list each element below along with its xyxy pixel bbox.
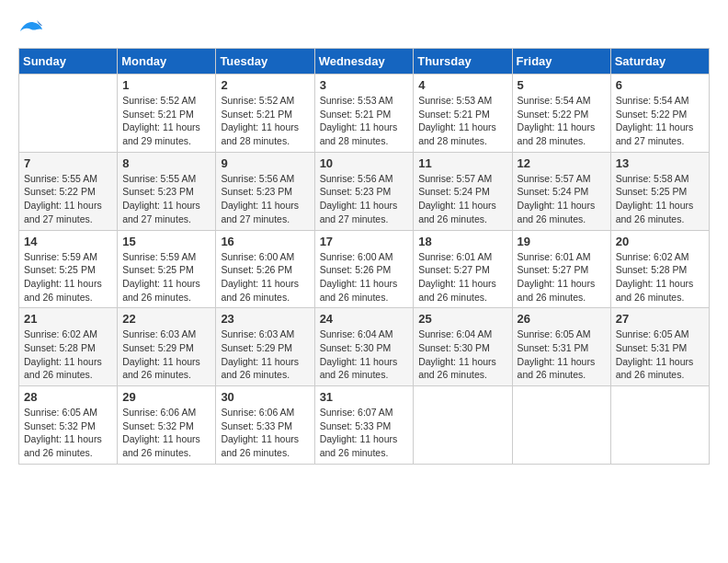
- day-number: 13: [616, 156, 704, 170]
- day-info: Sunrise: 5:55 AM Sunset: 5:23 PM Dayligh…: [122, 172, 210, 226]
- day-info: Sunrise: 5:57 AM Sunset: 5:24 PM Dayligh…: [418, 172, 506, 226]
- calendar-cell: 4Sunrise: 5:53 AM Sunset: 5:21 PM Daylig…: [414, 75, 512, 153]
- calendar-week-row: 14Sunrise: 5:59 AM Sunset: 5:25 PM Dayli…: [19, 230, 710, 308]
- calendar-cell: 10Sunrise: 5:56 AM Sunset: 5:23 PM Dayli…: [314, 152, 414, 230]
- column-header-friday: Friday: [512, 49, 610, 75]
- calendar-cell: 23Sunrise: 6:03 AM Sunset: 5:29 PM Dayli…: [216, 308, 314, 386]
- calendar-cell: 20Sunrise: 6:02 AM Sunset: 5:28 PM Dayli…: [610, 230, 709, 308]
- day-info: Sunrise: 5:52 AM Sunset: 5:21 PM Dayligh…: [221, 94, 309, 148]
- calendar-week-row: 7Sunrise: 5:55 AM Sunset: 5:22 PM Daylig…: [19, 152, 710, 230]
- calendar-cell: [19, 75, 118, 153]
- calendar-cell: 27Sunrise: 6:05 AM Sunset: 5:31 PM Dayli…: [610, 308, 709, 386]
- day-number: 24: [320, 312, 409, 326]
- day-info: Sunrise: 6:01 AM Sunset: 5:27 PM Dayligh…: [418, 250, 506, 304]
- calendar-cell: 25Sunrise: 6:04 AM Sunset: 5:30 PM Dayli…: [414, 308, 512, 386]
- day-info: Sunrise: 6:06 AM Sunset: 5:33 PM Dayligh…: [221, 406, 309, 460]
- day-info: Sunrise: 5:59 AM Sunset: 5:25 PM Dayligh…: [122, 250, 210, 304]
- calendar-cell: 14Sunrise: 5:59 AM Sunset: 5:25 PM Dayli…: [19, 230, 118, 308]
- day-number: 20: [616, 235, 704, 248]
- day-number: 8: [122, 156, 210, 170]
- day-info: Sunrise: 5:57 AM Sunset: 5:24 PM Dayligh…: [518, 172, 606, 226]
- day-info: Sunrise: 5:54 AM Sunset: 5:22 PM Dayligh…: [518, 94, 606, 148]
- calendar-cell: 26Sunrise: 6:05 AM Sunset: 5:31 PM Dayli…: [512, 308, 610, 386]
- calendar-cell: [414, 386, 512, 465]
- day-number: 5: [518, 78, 606, 92]
- calendar-cell: 16Sunrise: 6:00 AM Sunset: 5:26 PM Dayli…: [216, 230, 314, 308]
- calendar-week-row: 1Sunrise: 5:52 AM Sunset: 5:21 PM Daylig…: [19, 75, 710, 153]
- calendar-week-row: 28Sunrise: 6:05 AM Sunset: 5:32 PM Dayli…: [19, 386, 710, 465]
- day-info: Sunrise: 5:54 AM Sunset: 5:22 PM Dayligh…: [616, 94, 704, 148]
- calendar-cell: 11Sunrise: 5:57 AM Sunset: 5:24 PM Dayli…: [414, 152, 512, 230]
- day-number: 17: [320, 235, 409, 248]
- calendar-cell: 19Sunrise: 6:01 AM Sunset: 5:27 PM Dayli…: [512, 230, 610, 308]
- day-info: Sunrise: 6:04 AM Sunset: 5:30 PM Dayligh…: [320, 327, 409, 382]
- logo-icon: [18, 18, 44, 40]
- day-info: Sunrise: 5:53 AM Sunset: 5:21 PM Dayligh…: [320, 94, 409, 148]
- day-number: 21: [24, 312, 112, 326]
- page-header: [18, 18, 710, 40]
- calendar-cell: 9Sunrise: 5:56 AM Sunset: 5:23 PM Daylig…: [216, 152, 314, 230]
- day-info: Sunrise: 5:59 AM Sunset: 5:25 PM Dayligh…: [24, 250, 112, 304]
- day-number: 31: [320, 390, 409, 404]
- calendar-cell: 31Sunrise: 6:07 AM Sunset: 5:33 PM Dayli…: [314, 386, 414, 465]
- day-number: 23: [221, 312, 309, 326]
- day-info: Sunrise: 6:04 AM Sunset: 5:30 PM Dayligh…: [418, 327, 506, 382]
- column-header-sunday: Sunday: [19, 49, 118, 75]
- day-info: Sunrise: 6:05 AM Sunset: 5:32 PM Dayligh…: [24, 406, 112, 460]
- day-info: Sunrise: 6:02 AM Sunset: 5:28 PM Dayligh…: [616, 250, 704, 304]
- day-info: Sunrise: 6:00 AM Sunset: 5:26 PM Dayligh…: [320, 250, 409, 304]
- day-info: Sunrise: 6:02 AM Sunset: 5:28 PM Dayligh…: [24, 327, 112, 382]
- day-number: 12: [518, 156, 606, 170]
- day-info: Sunrise: 6:07 AM Sunset: 5:33 PM Dayligh…: [320, 406, 409, 460]
- day-number: 25: [418, 312, 506, 326]
- calendar-cell: 12Sunrise: 5:57 AM Sunset: 5:24 PM Dayli…: [512, 152, 610, 230]
- day-number: 4: [418, 78, 506, 92]
- day-info: Sunrise: 6:05 AM Sunset: 5:31 PM Dayligh…: [518, 327, 606, 382]
- calendar-cell: [512, 386, 610, 465]
- day-info: Sunrise: 6:05 AM Sunset: 5:31 PM Dayligh…: [616, 327, 704, 382]
- day-number: 9: [221, 156, 309, 170]
- calendar-cell: 21Sunrise: 6:02 AM Sunset: 5:28 PM Dayli…: [19, 308, 118, 386]
- day-number: 27: [616, 312, 704, 326]
- day-info: Sunrise: 6:01 AM Sunset: 5:27 PM Dayligh…: [518, 250, 606, 304]
- calendar-cell: [610, 386, 709, 465]
- day-number: 6: [616, 78, 704, 92]
- calendar-cell: 30Sunrise: 6:06 AM Sunset: 5:33 PM Dayli…: [216, 386, 314, 465]
- day-info: Sunrise: 5:52 AM Sunset: 5:21 PM Dayligh…: [122, 94, 210, 148]
- day-number: 7: [24, 156, 112, 170]
- day-info: Sunrise: 5:56 AM Sunset: 5:23 PM Dayligh…: [320, 172, 409, 226]
- day-info: Sunrise: 5:55 AM Sunset: 5:22 PM Dayligh…: [24, 172, 112, 226]
- column-header-thursday: Thursday: [414, 49, 512, 75]
- calendar-cell: 22Sunrise: 6:03 AM Sunset: 5:29 PM Dayli…: [118, 308, 216, 386]
- calendar-cell: 3Sunrise: 5:53 AM Sunset: 5:21 PM Daylig…: [314, 75, 414, 153]
- day-info: Sunrise: 5:58 AM Sunset: 5:25 PM Dayligh…: [616, 172, 704, 226]
- column-header-monday: Monday: [118, 49, 216, 75]
- day-number: 19: [518, 235, 606, 248]
- calendar-table: SundayMondayTuesdayWednesdayThursdayFrid…: [18, 48, 710, 465]
- calendar-cell: 29Sunrise: 6:06 AM Sunset: 5:32 PM Dayli…: [118, 386, 216, 465]
- day-info: Sunrise: 5:56 AM Sunset: 5:23 PM Dayligh…: [221, 172, 309, 226]
- calendar-cell: 17Sunrise: 6:00 AM Sunset: 5:26 PM Dayli…: [314, 230, 414, 308]
- day-number: 26: [518, 312, 606, 326]
- day-number: 14: [24, 235, 112, 248]
- day-number: 15: [122, 235, 210, 248]
- logo: [18, 18, 48, 40]
- calendar-cell: 15Sunrise: 5:59 AM Sunset: 5:25 PM Dayli…: [118, 230, 216, 308]
- day-info: Sunrise: 6:03 AM Sunset: 5:29 PM Dayligh…: [221, 327, 309, 382]
- column-header-saturday: Saturday: [610, 49, 709, 75]
- calendar-cell: 13Sunrise: 5:58 AM Sunset: 5:25 PM Dayli…: [610, 152, 709, 230]
- column-header-wednesday: Wednesday: [314, 49, 414, 75]
- day-info: Sunrise: 6:03 AM Sunset: 5:29 PM Dayligh…: [122, 327, 210, 382]
- day-number: 30: [221, 390, 309, 404]
- calendar-cell: 24Sunrise: 6:04 AM Sunset: 5:30 PM Dayli…: [314, 308, 414, 386]
- day-number: 22: [122, 312, 210, 326]
- calendar-cell: 28Sunrise: 6:05 AM Sunset: 5:32 PM Dayli…: [19, 386, 118, 465]
- calendar-cell: 5Sunrise: 5:54 AM Sunset: 5:22 PM Daylig…: [512, 75, 610, 153]
- day-info: Sunrise: 6:06 AM Sunset: 5:32 PM Dayligh…: [122, 406, 210, 460]
- calendar-week-row: 21Sunrise: 6:02 AM Sunset: 5:28 PM Dayli…: [19, 308, 710, 386]
- day-info: Sunrise: 5:53 AM Sunset: 5:21 PM Dayligh…: [418, 94, 506, 148]
- day-number: 10: [320, 156, 409, 170]
- day-number: 3: [320, 78, 409, 92]
- calendar-cell: 1Sunrise: 5:52 AM Sunset: 5:21 PM Daylig…: [118, 75, 216, 153]
- calendar-cell: 7Sunrise: 5:55 AM Sunset: 5:22 PM Daylig…: [19, 152, 118, 230]
